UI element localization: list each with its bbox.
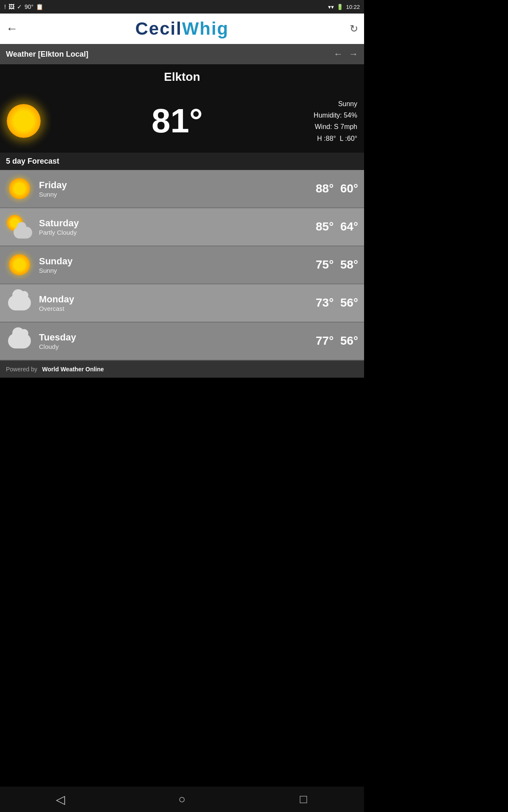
forecast-info-friday: Friday Sunny — [39, 180, 316, 198]
image-icon: 🖼 — [8, 3, 14, 10]
forecast-temps-tuesday: 77° 56° — [316, 334, 358, 348]
forecast-day: Friday — [39, 180, 316, 191]
forecast-list: Friday Sunny 88° 60° Saturday Partly Clo… — [0, 170, 364, 360]
clipboard-icon: 📋 — [36, 3, 43, 10]
notification-icon: ! — [4, 3, 6, 10]
next-arrow[interactable]: → — [349, 49, 358, 60]
forecast-day: Saturday — [39, 218, 316, 229]
humidity-label: Humidity: 54% — [314, 110, 357, 121]
clock: 10:22 — [346, 4, 360, 10]
logo-first: Cecil — [135, 19, 182, 38]
logo-second: Whig — [182, 19, 229, 38]
forecast-temps-friday: 88° 60° — [316, 182, 358, 195]
forecast-info-tuesday: Tuesday Cloudy — [39, 332, 316, 350]
current-weather: 81° Sunny Humidity: 54% Wind: S 7mph H :… — [0, 90, 364, 153]
back-button[interactable]: ← — [6, 22, 23, 36]
forecast-temps-monday: 73° 56° — [316, 296, 358, 310]
forecast-info-sunday: Sunday Sunny — [39, 256, 316, 274]
status-bar-left: ! 🖼 ✓ 90° 📋 — [4, 3, 43, 10]
forecast-icon-sunday — [6, 251, 33, 278]
forecast-row-sunday: Sunday Sunny 75° 58° — [0, 246, 364, 284]
forecast-header: 5 day Forecast — [0, 153, 364, 170]
cloud-icon — [8, 333, 31, 348]
cloud-icon — [8, 295, 31, 310]
location-title: Elkton — [0, 64, 364, 90]
powered-by-label: Powered by — [6, 366, 37, 373]
current-temperature: 81° — [41, 102, 314, 140]
partly-cloudy-icon — [7, 215, 32, 239]
status-bar-right: ▾▾ 🔋 10:22 — [328, 4, 360, 10]
forecast-condition: Cloudy — [39, 343, 316, 350]
nav-home-button[interactable]: ○ — [169, 793, 195, 806]
forecast-row-tuesday: Tuesday Cloudy 77° 56° — [0, 322, 364, 360]
nav-recent-button[interactable]: □ — [291, 793, 316, 806]
check-icon: ✓ — [17, 3, 22, 10]
battery-icon: 🔋 — [337, 4, 343, 10]
wifi-icon: ▾▾ — [328, 4, 334, 10]
pc-cloud — [14, 227, 32, 239]
sun-large-icon — [7, 104, 41, 138]
forecast-day: Tuesday — [39, 332, 316, 343]
status-bar: ! 🖼 ✓ 90° 📋 ▾▾ 🔋 10:22 — [0, 0, 364, 14]
prev-arrow[interactable]: ← — [334, 49, 343, 60]
forecast-icon-monday — [6, 289, 33, 316]
forecast-condition: Sunny — [39, 191, 316, 198]
forecast-temps-sunday: 75° 58° — [316, 258, 358, 272]
weather-details: Sunny Humidity: 54% Wind: S 7mph H :88° … — [314, 98, 357, 144]
section-title: Weather [Elkton Local] — [6, 50, 88, 59]
temp-icon: 90° — [25, 3, 33, 10]
nav-arrows: ← → — [334, 49, 358, 60]
nav-back-button[interactable]: ◁ — [48, 793, 73, 807]
refresh-button[interactable]: ↻ — [341, 23, 358, 35]
forecast-row-monday: Monday Overcast 73° 56° — [0, 284, 364, 322]
bottom-nav: ◁ ○ □ — [0, 787, 364, 812]
forecast-row-friday: Friday Sunny 88° 60° — [0, 170, 364, 208]
powered-by-link[interactable]: World Weather Online — [42, 366, 104, 373]
footer: Powered by World Weather Online — [0, 360, 364, 378]
forecast-day: Sunday — [39, 256, 316, 267]
forecast-info-saturday: Saturday Partly Cloudy — [39, 218, 316, 236]
sunny-icon — [9, 178, 30, 199]
forecast-condition: Overcast — [39, 305, 316, 312]
top-nav: ← CecilWhig ↻ — [0, 14, 364, 44]
app-logo: CecilWhig — [23, 19, 341, 39]
forecast-row-saturday: Saturday Partly Cloudy 85° 64° — [0, 208, 364, 246]
forecast-condition: Sunny — [39, 267, 316, 274]
forecast-icon-tuesday — [6, 327, 33, 354]
forecast-temps-saturday: 85° 64° — [316, 220, 358, 233]
forecast-condition: Partly Cloudy — [39, 229, 316, 236]
forecast-icon-friday — [6, 175, 33, 202]
forecast-icon-saturday — [6, 213, 33, 240]
condition-label: Sunny — [314, 98, 357, 110]
section-header: Weather [Elkton Local] ← → — [0, 44, 364, 64]
forecast-info-monday: Monday Overcast — [39, 294, 316, 312]
high-low-label: H :88° L :60° — [314, 133, 357, 144]
current-weather-icon — [7, 104, 41, 138]
sunny-icon — [9, 254, 30, 275]
wind-label: Wind: S 7mph — [314, 121, 357, 132]
forecast-day: Monday — [39, 294, 316, 305]
